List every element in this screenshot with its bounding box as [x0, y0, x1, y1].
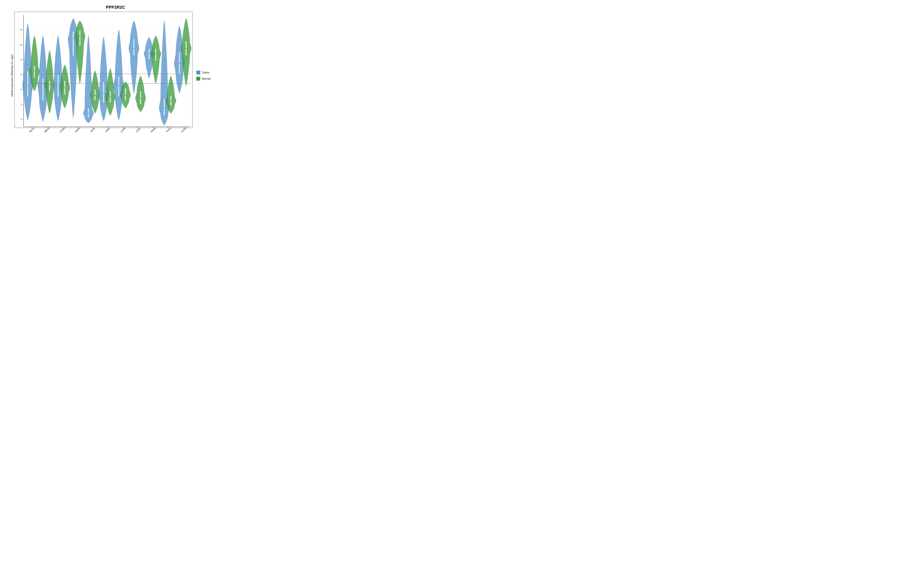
svg-rect-30: [42, 78, 44, 101]
svg-rect-42: [79, 30, 81, 46]
svg-rect-47: [94, 89, 96, 101]
svg-rect-40: [73, 31, 74, 56]
x-label-kirc: KIRC: [105, 127, 111, 133]
y-axis-label: mRNA Expression (RNASeq V2, log2): [10, 12, 15, 139]
svg-rect-35: [57, 75, 59, 97]
svg-text:8: 8: [21, 58, 22, 61]
legend-item-tumor: Tumor: [196, 71, 221, 74]
svg-rect-57: [124, 88, 126, 101]
x-axis-container: BLCABRCACOADHNSCKICHKIRCLUADLUSCPRADTHCA…: [15, 128, 192, 139]
svg-rect-50: [103, 82, 104, 103]
svg-rect-37: [64, 81, 66, 95]
plot-area: 024681012: [15, 12, 192, 128]
svg-rect-62: [140, 91, 142, 105]
legend-box-tumor: [196, 71, 200, 74]
legend-label-normal: Normal: [202, 77, 210, 80]
plot-svg: 024681012: [15, 12, 192, 128]
svg-text:10: 10: [19, 44, 22, 46]
svg-rect-25: [27, 71, 29, 97]
legend-label-tumor: Tumor: [202, 71, 210, 74]
x-label-kich: KICH: [90, 127, 95, 133]
svg-rect-45: [87, 108, 89, 118]
svg-rect-67: [155, 48, 157, 61]
svg-rect-32: [49, 81, 50, 91]
svg-text:4: 4: [21, 88, 22, 90]
svg-rect-65: [148, 48, 150, 60]
svg-rect-70: [163, 98, 165, 116]
legend-area: Tumor Normal: [192, 12, 221, 139]
svg-text:12: 12: [19, 29, 22, 31]
svg-text:2: 2: [21, 103, 22, 106]
svg-rect-60: [133, 39, 135, 56]
svg-rect-55: [118, 76, 120, 97]
legend-item-normal: Normal: [196, 77, 221, 81]
chart-container: PPP2R2C mRNA Expression (RNASeq V2, log2…: [10, 5, 221, 139]
svg-text:6: 6: [21, 74, 22, 76]
svg-rect-27: [34, 66, 35, 78]
svg-text:0: 0: [21, 118, 22, 121]
chart-title: PPP2R2C: [106, 5, 125, 10]
legend-box-normal: [196, 77, 200, 81]
